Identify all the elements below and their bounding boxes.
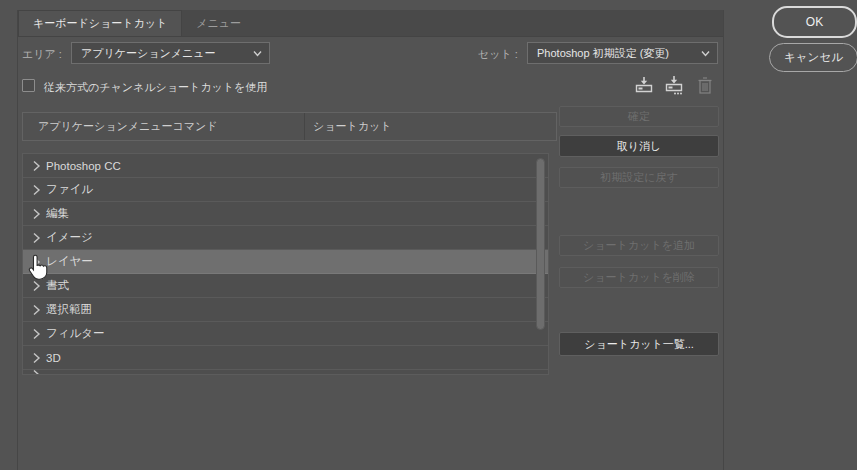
list-item-label: 選択範囲 bbox=[46, 302, 92, 317]
list-item[interactable]: 3D bbox=[23, 346, 548, 370]
chevron-right-icon[interactable] bbox=[32, 304, 46, 316]
area-label: エリア : bbox=[22, 47, 62, 62]
frame-left-edge bbox=[17, 10, 18, 470]
list-item-label: ファイル bbox=[46, 182, 93, 197]
chevron-right-icon[interactable] bbox=[32, 256, 46, 268]
list-item-label: 3D bbox=[46, 352, 61, 364]
list-item[interactable]: 書式 bbox=[23, 274, 548, 298]
ok-button-label: OK bbox=[806, 15, 823, 29]
add-shortcut-button: ショートカットを追加 bbox=[559, 235, 719, 256]
list-item[interactable]: レイヤー bbox=[23, 250, 548, 274]
list-item[interactable]: イメージ bbox=[23, 226, 548, 250]
trash-icon bbox=[697, 76, 713, 95]
save-set-as-icon bbox=[664, 75, 684, 96]
cancel-button[interactable]: キャンセル bbox=[769, 43, 857, 72]
list-item[interactable]: フィルター bbox=[23, 322, 548, 346]
scrollbar[interactable] bbox=[535, 156, 546, 372]
set-select-value: Photoshop 初期設定 (変更) bbox=[537, 46, 669, 61]
chevron-right-icon[interactable] bbox=[32, 328, 46, 340]
list-item-label: 編集 bbox=[46, 206, 69, 221]
chevron-right-icon[interactable] bbox=[32, 160, 46, 172]
set-select[interactable]: Photoshop 初期設定 (変更) bbox=[527, 42, 718, 64]
delete-shortcut-button-label: ショートカットを削除 bbox=[583, 270, 695, 285]
header-shortcut: ショートカット bbox=[305, 119, 392, 134]
tab-menus[interactable]: メニュー bbox=[182, 10, 255, 36]
legacy-channel-shortcuts-label: 従来方式のチャンネルショートカットを使用 bbox=[44, 80, 267, 95]
list-item[interactable]: ファイル bbox=[23, 178, 548, 202]
chevron-down-icon bbox=[701, 50, 710, 57]
command-rows: Photoshop CCファイル編集イメージレイヤー書式選択範囲フィルター3D bbox=[23, 154, 548, 375]
delete-set-button bbox=[694, 74, 716, 96]
list-item[interactable]: 選択範囲 bbox=[23, 298, 548, 322]
use-default-button-label: 初期設定に戻す bbox=[600, 170, 678, 185]
legacy-channel-shortcuts-checkbox[interactable] bbox=[22, 79, 35, 92]
ok-button[interactable]: OK bbox=[772, 6, 857, 38]
area-select[interactable]: アプリケーションメニュー bbox=[71, 42, 270, 64]
save-set-icon bbox=[634, 76, 654, 95]
list-item-partial[interactable] bbox=[23, 370, 548, 375]
chevron-right-icon[interactable] bbox=[32, 184, 46, 196]
delete-shortcut-button: ショートカットを削除 bbox=[559, 267, 719, 288]
shortcut-summary-button-label: ショートカット一覧... bbox=[584, 337, 694, 352]
chevron-right-icon bbox=[32, 370, 46, 375]
list-item-label: 書式 bbox=[46, 278, 69, 293]
save-set-as-button[interactable] bbox=[663, 74, 685, 96]
save-set-button[interactable] bbox=[633, 74, 655, 96]
add-shortcut-button-label: ショートカットを追加 bbox=[583, 238, 695, 253]
accept-button-label: 確定 bbox=[628, 109, 650, 124]
set-label: セット : bbox=[478, 47, 518, 62]
accept-button: 確定 bbox=[559, 106, 719, 127]
command-list[interactable]: Photoshop CCファイル編集イメージレイヤー書式選択範囲フィルター3D bbox=[22, 153, 549, 375]
command-table-header: アプリケーションメニューコマンド ショートカット bbox=[22, 112, 557, 141]
cancel-button-label: キャンセル bbox=[784, 50, 843, 65]
chevron-right-icon[interactable] bbox=[32, 232, 46, 244]
list-item-label: イメージ bbox=[46, 230, 93, 245]
scrollbar-thumb[interactable] bbox=[536, 158, 545, 330]
dialog-tab-bar: キーボードショートカット メニュー bbox=[18, 10, 723, 37]
undo-button[interactable]: 取り消し bbox=[559, 135, 719, 157]
chevron-right-icon[interactable] bbox=[32, 352, 46, 364]
list-item[interactable]: 編集 bbox=[23, 202, 548, 226]
list-item[interactable]: Photoshop CC bbox=[23, 154, 548, 178]
chevron-right-icon[interactable] bbox=[32, 208, 46, 220]
chevron-right-icon[interactable] bbox=[32, 280, 46, 292]
list-item-label: レイヤー bbox=[46, 254, 93, 269]
list-item-label: フィルター bbox=[46, 326, 105, 341]
tab-label: キーボードショートカット bbox=[33, 16, 167, 31]
area-select-value: アプリケーションメニュー bbox=[81, 46, 216, 61]
chevron-down-icon bbox=[253, 50, 262, 57]
list-item-label: Photoshop CC bbox=[46, 160, 121, 172]
frame-right-edge bbox=[723, 10, 724, 470]
use-default-button: 初期設定に戻す bbox=[559, 167, 719, 188]
undo-button-label: 取り消し bbox=[617, 139, 662, 154]
shortcut-summary-button[interactable]: ショートカット一覧... bbox=[559, 332, 719, 356]
tab-keyboard-shortcuts[interactable]: キーボードショートカット bbox=[18, 10, 182, 36]
tab-label: メニュー bbox=[196, 16, 241, 31]
header-commands: アプリケーションメニューコマンド bbox=[23, 119, 304, 134]
